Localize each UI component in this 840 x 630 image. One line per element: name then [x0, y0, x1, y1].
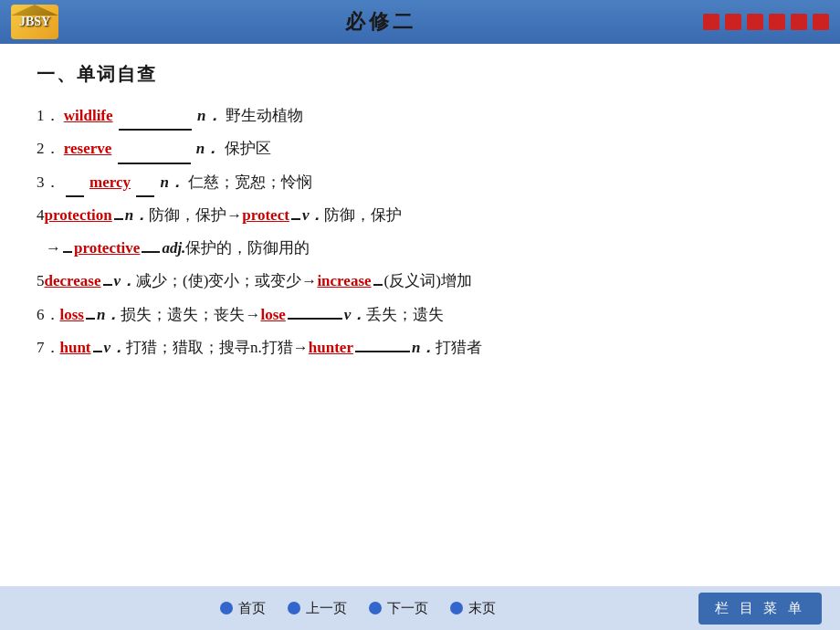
item4-meaning1: 防御，保护→: [149, 201, 242, 230]
last-dot: [450, 602, 463, 614]
vocab-item-4b: → protective adj. 保护的，防御用的: [37, 234, 803, 263]
main-content: 一、单词自查 1． wildlife n． 野生动植物 2． reserve n…: [0, 44, 840, 592]
item2-pos: n．: [196, 140, 220, 157]
home-label: 首页: [238, 600, 266, 617]
item4-word3: protective: [74, 234, 140, 263]
item7-meaning1: 打猎；猎取；搜寻n.打猎→: [126, 333, 309, 362]
item4-blank3: [63, 251, 72, 253]
nav-last[interactable]: 末页: [443, 596, 503, 621]
item6-num: 6．: [37, 300, 60, 330]
menu-label: 栏 目 菜 单: [715, 601, 805, 615]
dot-1: [703, 14, 719, 30]
header: JBSY 必修二: [0, 0, 840, 44]
vocab-item-4: 4 protection n． 防御，保护→ protect v． 防御，保护: [37, 201, 803, 230]
item6-blank1: [86, 318, 95, 320]
item6-meaning1: 损失；遗失；丧失→: [121, 300, 260, 330]
dot-6: [813, 14, 829, 30]
item4-word1: protection: [45, 201, 112, 230]
item3-num: 3．: [37, 173, 60, 191]
vocab-item-5: 5 decrease v． 减少；(使)变小；或变少→ increase (反义…: [37, 267, 803, 296]
item3-pos: n．: [161, 173, 184, 191]
last-label: 末页: [468, 600, 496, 617]
item6-word1: loss: [60, 300, 84, 330]
item4-meaning3: 保护的，防御用的: [185, 234, 310, 263]
item3-word: mercy: [89, 173, 131, 191]
item1-blank: [119, 129, 192, 131]
item2-meaning: 保护区: [225, 140, 271, 157]
item7-pos2: n．: [412, 333, 436, 362]
vocab-item-1: 1． wildlife n． 野生动植物: [37, 101, 803, 131]
vocab-item-7: 7． hunt v． 打猎；猎取；搜寻n.打猎→ hunter n． 打猎者: [37, 333, 803, 362]
item4-pos3: adj.: [162, 234, 185, 263]
item1-num: 1．: [37, 107, 60, 124]
item5-pos1: v．: [114, 267, 137, 296]
item4-word2: protect: [242, 201, 289, 230]
item7-blank1: [93, 351, 102, 352]
item5-blank2: [373, 284, 383, 286]
item5-blank1: [103, 284, 112, 286]
vocab-item-3: 3． mercy n． 仁慈；宽恕；怜悯: [37, 168, 803, 197]
item2-num: 2．: [37, 140, 60, 157]
item1-meaning: 野生动植物: [226, 107, 303, 124]
section-title: 一、单词自查: [37, 62, 803, 87]
vocab-list: 1． wildlife n． 野生动植物 2． reserve n． 保护区 3…: [37, 101, 803, 362]
item6-pos2: v．: [344, 300, 367, 330]
vocab-item-6: 6． loss n． 损失；遗失；丧失→ lose v． 丢失；遗失: [37, 300, 803, 330]
dot-2: [725, 14, 741, 30]
item7-word1: hunt: [60, 333, 91, 362]
item7-num: 7．: [37, 333, 60, 362]
next-dot: [369, 602, 382, 614]
nav-buttons: 首页 上一页 下一页 末页: [18, 596, 698, 621]
item3-blank-post: [136, 195, 154, 197]
item2-word: reserve: [64, 140, 112, 157]
dot-3: [747, 14, 763, 30]
item7-word2: hunter: [309, 333, 353, 362]
next-label: 下一页: [387, 600, 428, 617]
prev-dot: [288, 602, 300, 614]
item4-meaning2: 防御，保护: [324, 201, 402, 230]
dot-4: [769, 14, 785, 30]
item5-word1: decrease: [45, 267, 101, 296]
page-title: 必修二: [58, 8, 703, 36]
item4-arrow: →: [46, 234, 61, 263]
dot-5: [791, 14, 807, 30]
item7-meaning2: 打猎者: [436, 333, 482, 362]
item4-blank1: [114, 218, 123, 220]
nav-next[interactable]: 下一页: [362, 596, 436, 621]
item6-pos1: n．: [97, 300, 121, 330]
item4-blank4: [142, 251, 160, 253]
item7-blank2: [355, 351, 410, 352]
item3-meaning: 仁慈；宽恕；怜悯: [188, 173, 312, 191]
home-dot: [220, 602, 233, 614]
item4-pos2: v．: [302, 201, 325, 230]
item6-blank2: [288, 318, 342, 320]
menu-button[interactable]: 栏 目 菜 单: [698, 593, 822, 625]
logo: JBSY: [11, 5, 58, 39]
item6-meaning2: 丢失；遗失: [366, 300, 444, 330]
item2-blank: [118, 163, 191, 164]
item3-blank-pre: [66, 195, 84, 197]
logo-text: JBSY: [19, 15, 50, 29]
nav-prev[interactable]: 上一页: [280, 596, 354, 621]
item1-pos: n．: [197, 107, 221, 124]
item4-num: 4: [37, 201, 45, 230]
item5-pos2: (反义词)增加: [384, 267, 472, 296]
vocab-item-2: 2． reserve n． 保护区: [37, 134, 803, 163]
item4-blank2: [291, 218, 300, 220]
item7-pos1: v．: [104, 333, 127, 362]
prev-label: 上一页: [306, 600, 347, 617]
item5-num: 5: [37, 267, 45, 296]
nav-home[interactable]: 首页: [213, 596, 273, 621]
item4-pos1: n．: [125, 201, 149, 230]
header-dots: [703, 14, 829, 30]
item5-word2: increase: [317, 267, 371, 296]
item6-word2: lose: [260, 300, 285, 330]
footer: 首页 上一页 下一页 末页 栏 目 菜 单: [0, 586, 840, 630]
item5-meaning1: 减少；(使)变小；或变少→: [136, 267, 317, 296]
item1-word: wildlife: [64, 107, 113, 124]
